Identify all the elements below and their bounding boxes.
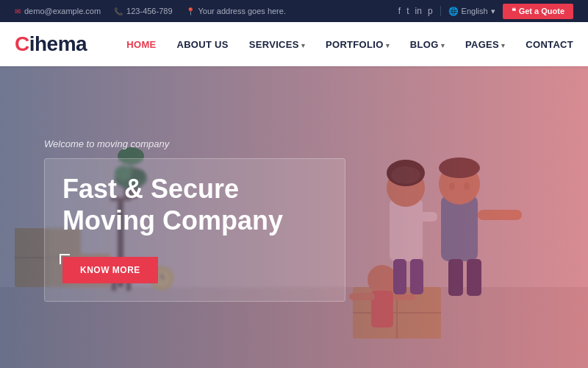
pinterest-icon[interactable]: p xyxy=(428,6,433,16)
top-bar: ✉ demo@example.com 📞 123-456-789 📍 Your … xyxy=(0,0,588,22)
top-bar-left: ✉ demo@example.com 📞 123-456-789 📍 Your … xyxy=(15,7,286,15)
social-icons: f t in p xyxy=(398,6,433,16)
nav-links: HOME ABOUT US SERVICES▾ PORTFOLIO▾ BLOG▾… xyxy=(126,38,573,51)
know-more-label: KNOW MORE xyxy=(80,265,140,275)
nav-item-contact[interactable]: CONTACT xyxy=(526,38,573,51)
language-selector[interactable]: 🌐 English ▾ xyxy=(448,7,495,16)
lang-arrow-icon: ▾ xyxy=(491,7,495,16)
nav-link-blog[interactable]: BLOG▾ xyxy=(410,39,445,50)
instagram-icon[interactable]: in xyxy=(415,6,422,16)
divider xyxy=(440,6,441,16)
nav-link-services[interactable]: SERVICES▾ xyxy=(249,39,305,50)
hero-section: Welcome to moving company Fast & Secure … xyxy=(0,66,588,368)
nav-item-pages[interactable]: PAGES▾ xyxy=(465,38,505,51)
pages-arrow: ▾ xyxy=(501,42,505,49)
nav-item-blog[interactable]: BLOG▾ xyxy=(410,38,445,51)
phone-info: 📞 123-456-789 xyxy=(114,7,172,15)
hero-subtitle: Welcome to moving company xyxy=(44,138,345,149)
address-info: 📍 Your address goes here. xyxy=(186,7,286,15)
hero-content: Welcome to moving company Fast & Secure … xyxy=(44,138,345,302)
nav-link-home[interactable]: HOME xyxy=(126,39,156,50)
nav-link-portfolio[interactable]: PORTFOLIO▾ xyxy=(326,39,390,50)
address-text: Your address goes here. xyxy=(198,7,286,15)
email-info: ✉ demo@example.com xyxy=(15,7,101,15)
language-text: English xyxy=(462,7,488,15)
hero-title: Fast & Secure Moving Company xyxy=(62,174,327,236)
twitter-icon[interactable]: t xyxy=(406,6,409,16)
logo-c: C xyxy=(15,32,29,55)
top-bar-right: f t in p 🌐 English ▾ ❝ Get a Quote xyxy=(398,4,573,19)
email-text: demo@example.com xyxy=(24,7,101,15)
logo-rest: ihema xyxy=(29,32,87,55)
services-arrow: ▾ xyxy=(301,42,305,49)
phone-icon: 📞 xyxy=(114,7,123,15)
portfolio-arrow: ▾ xyxy=(386,42,390,49)
hero-card: Fast & Secure Moving Company KNOW MORE xyxy=(44,158,345,302)
quote-label: Get a Quote xyxy=(519,7,564,15)
facebook-icon[interactable]: f xyxy=(398,6,401,16)
get-quote-button[interactable]: ❝ Get a Quote xyxy=(503,4,573,19)
globe-icon: 🌐 xyxy=(448,7,459,16)
quote-icon: ❝ xyxy=(512,7,516,16)
email-icon: ✉ xyxy=(15,7,21,15)
navbar: Cihema HOME ABOUT US SERVICES▾ PORTFOLIO… xyxy=(0,22,588,66)
phone-text: 123-456-789 xyxy=(126,7,172,15)
nav-link-about[interactable]: ABOUT US xyxy=(176,39,228,50)
know-more-button[interactable]: KNOW MORE xyxy=(62,257,158,283)
nav-link-pages[interactable]: PAGES▾ xyxy=(465,39,505,50)
nav-link-contact[interactable]: CONTACT xyxy=(526,39,573,50)
logo[interactable]: Cihema xyxy=(15,32,87,56)
nav-item-home[interactable]: HOME xyxy=(126,38,156,51)
blog-arrow: ▾ xyxy=(441,42,445,49)
location-icon: 📍 xyxy=(186,7,195,15)
nav-item-portfolio[interactable]: PORTFOLIO▾ xyxy=(326,38,390,51)
nav-item-about[interactable]: ABOUT US xyxy=(176,38,228,51)
nav-item-services[interactable]: SERVICES▾ xyxy=(249,38,305,51)
